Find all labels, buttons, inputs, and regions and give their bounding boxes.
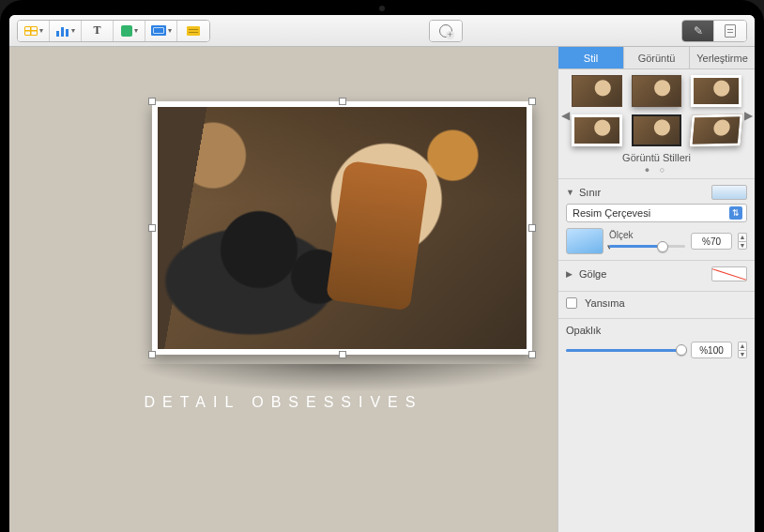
opacity-value-field[interactable]: %100 <box>691 342 732 358</box>
styles-page-dots[interactable]: ● ○ <box>572 165 741 175</box>
camera-notch <box>379 6 385 11</box>
scale-slider[interactable] <box>609 240 685 253</box>
chevron-down-icon: ▾ <box>134 26 138 35</box>
collaborate-button[interactable] <box>430 21 462 41</box>
resize-handle-bm[interactable] <box>339 351 346 358</box>
slider-knob[interactable] <box>676 344 687 356</box>
collaborate-icon <box>439 24 452 38</box>
chevron-down-icon: ▾ <box>168 26 172 35</box>
image-style-thumb[interactable] <box>690 114 743 147</box>
disclosure-triangle-icon[interactable]: ▼ <box>566 188 575 197</box>
opacity-section: Opaklık %100 ▲▼ <box>558 318 755 364</box>
insert-shape-button[interactable]: ▾ <box>114 21 145 41</box>
slider-knob[interactable] <box>657 241 668 252</box>
scale-label: Ölçek <box>609 230 685 240</box>
disclosure-triangle-icon[interactable]: ▶ <box>566 269 575 279</box>
frame-color-well[interactable] <box>566 228 604 254</box>
shape-icon <box>121 25 132 37</box>
inspector-tabs: Stil Görüntü Yerleştirme <box>558 47 755 69</box>
image-style-thumb[interactable] <box>632 75 682 107</box>
resize-handle-mr[interactable] <box>528 224 536 232</box>
image-styles-section: ◀ ▶ Görüntü Stilleri ● ○ <box>558 69 755 178</box>
document-inspector-button[interactable] <box>714 21 746 41</box>
border-type-select[interactable]: Resim Çerçevesi ⇅ <box>566 204 747 222</box>
chart-icon <box>56 25 69 37</box>
stepper-up-icon[interactable]: ▲ <box>738 342 747 350</box>
insert-text-button[interactable]: T <box>82 21 114 41</box>
insert-table-button[interactable]: ▾ <box>18 21 50 41</box>
media-icon <box>151 25 166 36</box>
opacity-slider[interactable] <box>566 343 685 357</box>
image-style-thumb[interactable] <box>572 114 622 146</box>
reflection-checkbox[interactable] <box>566 297 577 309</box>
image-style-thumb[interactable] <box>632 114 682 146</box>
selected-image[interactable] <box>152 101 532 355</box>
border-type-value: Resim Çerçevesi <box>573 207 650 219</box>
border-section: ▼ Sınır Resim Çerçevesi ⇅ Ölçek <box>558 178 755 260</box>
image-style-thumb[interactable] <box>572 75 622 107</box>
text-icon: T <box>93 23 100 38</box>
document-icon <box>725 24 736 38</box>
shadow-section: ▶ Gölge <box>558 260 755 291</box>
slide-canvas[interactable]: DETAIL OBSESSIVES <box>9 47 558 532</box>
image-style-thumb[interactable] <box>691 75 741 107</box>
insert-media-button[interactable]: ▾ <box>145 21 177 41</box>
format-inspector: Stil Görüntü Yerleştirme ◀ ▶ Gö <box>558 47 755 532</box>
toolbar: ▾ ▾ T ▾ ▾ <box>9 15 755 47</box>
resize-handle-bl[interactable] <box>148 351 156 358</box>
table-icon <box>24 26 38 36</box>
stepper-down-icon[interactable]: ▼ <box>738 350 747 359</box>
tab-image[interactable]: Görüntü <box>624 47 690 68</box>
tab-arrange[interactable]: Yerleştirme <box>690 47 755 68</box>
resize-handle-tr[interactable] <box>528 98 536 105</box>
reflection-section: Yansıma <box>558 291 755 318</box>
resize-handle-tl[interactable] <box>148 98 156 105</box>
insert-chart-button[interactable]: ▾ <box>50 21 82 41</box>
styles-next-button[interactable]: ▶ <box>743 109 753 122</box>
select-chevron-icon: ⇅ <box>729 206 742 220</box>
comment-icon <box>187 26 200 36</box>
reflection-title: Yansıma <box>585 297 747 309</box>
opacity-stepper[interactable]: ▲▼ <box>738 342 747 358</box>
resize-handle-ml[interactable] <box>148 224 156 232</box>
resize-handle-br[interactable] <box>528 351 536 358</box>
tab-style[interactable]: Stil <box>558 47 624 68</box>
photo-content <box>158 107 527 349</box>
border-style-swatch[interactable] <box>711 185 747 200</box>
slide-caption[interactable]: DETAIL OBSESSIVES <box>9 394 558 411</box>
stepper-down-icon[interactable]: ▼ <box>738 241 747 251</box>
insert-comment-button[interactable] <box>177 21 209 41</box>
shadow-swatch[interactable] <box>711 266 747 281</box>
chevron-down-icon: ▾ <box>71 26 75 35</box>
resize-handle-tm[interactable] <box>339 98 346 105</box>
scale-stepper[interactable]: ▲▼ <box>738 233 747 250</box>
image-styles-label: Görüntü Stilleri <box>572 152 741 163</box>
format-inspector-button[interactable] <box>682 21 714 41</box>
format-icon <box>692 24 705 38</box>
image-shadow <box>133 364 548 392</box>
chevron-down-icon: ▾ <box>39 26 43 35</box>
border-title: Sınır <box>579 187 708 198</box>
styles-prev-button[interactable]: ◀ <box>560 109 570 122</box>
shadow-title: Gölge <box>579 268 708 280</box>
stepper-up-icon[interactable]: ▲ <box>738 233 747 241</box>
scale-value-field[interactable]: %70 <box>691 233 732 250</box>
opacity-title: Opaklık <box>566 325 747 336</box>
